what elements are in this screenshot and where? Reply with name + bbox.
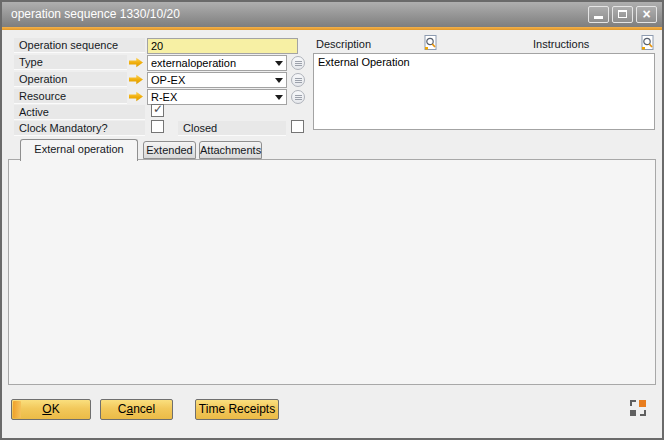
description-expand-editor-icon[interactable] [424, 35, 437, 53]
dropdown-arrow-icon[interactable] [275, 95, 283, 104]
window-controls: × [588, 6, 657, 23]
operation-label: Operation [14, 72, 127, 87]
active-checkbox[interactable] [151, 104, 164, 117]
maximize-button[interactable] [612, 6, 633, 23]
operation-dropdown[interactable]: OP-EX [147, 72, 287, 88]
operation-choose-from-list-icon[interactable] [291, 73, 305, 87]
operation-sequence-dialog: operation sequence 1330/10/20 × Operatio… [0, 0, 664, 440]
external-operation-panel [8, 159, 656, 385]
clock-mandatory-checkbox[interactable] [151, 120, 164, 133]
instructions-label: Instructions [533, 37, 589, 52]
instructions-expand-editor-icon[interactable] [641, 35, 654, 53]
dropdown-arrow-icon[interactable] [275, 61, 283, 70]
dropdown-arrow-icon[interactable] [275, 78, 283, 87]
accent-bar [2, 27, 662, 30]
ok-button[interactable]: OK [11, 399, 91, 420]
resource-choose-from-list-icon[interactable] [291, 90, 305, 104]
titlebar[interactable]: operation sequence 1330/10/20 × [2, 2, 662, 27]
type-dropdown[interactable]: externaloperation [147, 55, 287, 71]
type-choose-from-list-icon[interactable] [291, 56, 305, 70]
close-icon: × [637, 7, 656, 22]
cancel-button[interactable]: Cancel [100, 399, 173, 420]
description-textarea[interactable]: External Operation [313, 53, 655, 130]
operation-sequence-label: Operation sequence [14, 38, 145, 53]
description-label: Description [316, 37, 371, 52]
active-label: Active [14, 105, 145, 120]
tab-extended[interactable]: Extended [143, 141, 196, 159]
type-label: Type [14, 55, 127, 70]
default-button-accent [13, 401, 21, 418]
close-button[interactable]: × [636, 6, 657, 23]
type-link-arrow-icon[interactable] [129, 57, 143, 68]
resource-label: Resource [14, 89, 127, 104]
time-receipts-button[interactable]: Time Receipts [195, 399, 279, 420]
resource-link-arrow-icon[interactable] [129, 91, 143, 102]
minimize-icon [594, 16, 603, 19]
window-title: operation sequence 1330/10/20 [11, 2, 180, 27]
operation-sequence-field[interactable]: 20 [147, 38, 298, 54]
tab-attachments[interactable]: Attachments [199, 141, 262, 159]
resource-dropdown[interactable]: R-EX [147, 89, 287, 105]
minimize-button[interactable] [588, 6, 609, 23]
form-resize-icon[interactable] [629, 399, 647, 419]
closed-label: Closed [178, 121, 286, 136]
clock-mandatory-label: Clock Mandatory? [14, 121, 145, 136]
operation-link-arrow-icon[interactable] [129, 74, 143, 85]
tab-external-operation[interactable]: External operation [20, 139, 138, 161]
closed-checkbox[interactable] [291, 120, 304, 133]
maximize-icon [618, 10, 627, 18]
